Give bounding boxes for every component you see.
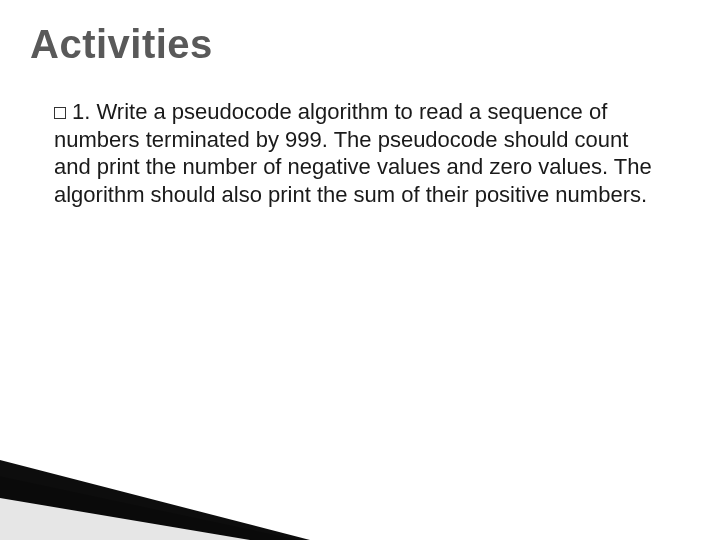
square-bullet-icon: [54, 107, 66, 119]
slide-title: Activities: [30, 22, 213, 67]
item-number: 1.: [72, 99, 90, 124]
item-text: Write a pseudocode algorithm to read a s…: [54, 99, 652, 207]
svg-marker-0: [0, 476, 300, 540]
svg-marker-2: [0, 498, 250, 540]
svg-marker-1: [0, 460, 310, 540]
corner-decor-icon: [0, 420, 310, 540]
slide: Activities 1. Write a pseudocode algorit…: [0, 0, 720, 540]
body-text-block: 1. Write a pseudocode algorithm to read …: [54, 98, 660, 208]
